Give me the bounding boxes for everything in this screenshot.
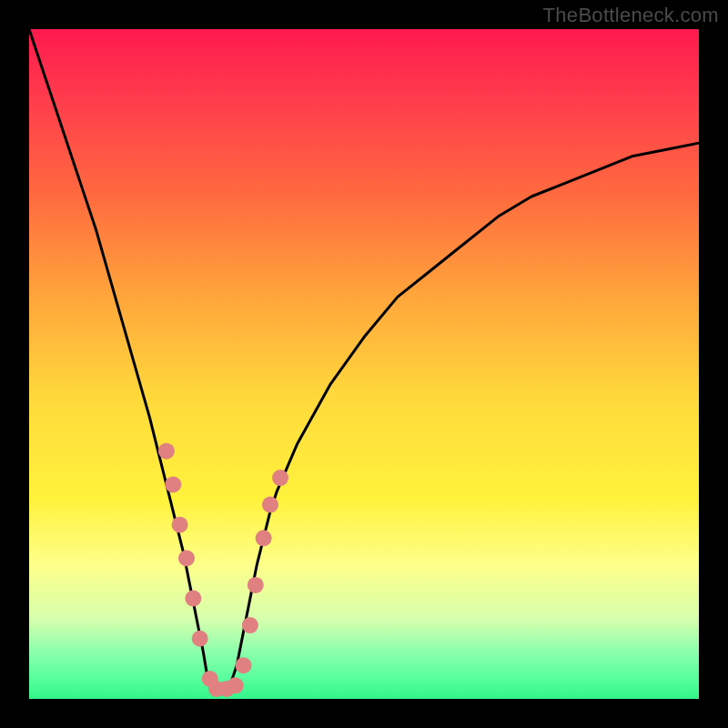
data-marker: [185, 591, 201, 607]
data-marker: [242, 617, 258, 633]
data-marker: [256, 530, 272, 546]
watermark-text: TheBottleneck.com: [543, 4, 719, 27]
chart-frame: TheBottleneck.com: [0, 0, 728, 728]
data-marker: [272, 470, 288, 486]
data-marker: [248, 577, 264, 593]
data-marker: [228, 677, 244, 693]
data-marker: [165, 476, 181, 492]
data-marker: [172, 517, 188, 533]
data-marker: [158, 443, 175, 460]
data-marker: [262, 497, 278, 513]
data-marker: [236, 657, 252, 673]
markers-group: [158, 443, 288, 697]
plot-area: [29, 29, 699, 699]
data-marker: [192, 631, 208, 647]
curve-svg: [29, 29, 699, 699]
curve-right-branch: [217, 143, 699, 693]
data-marker: [178, 550, 195, 566]
